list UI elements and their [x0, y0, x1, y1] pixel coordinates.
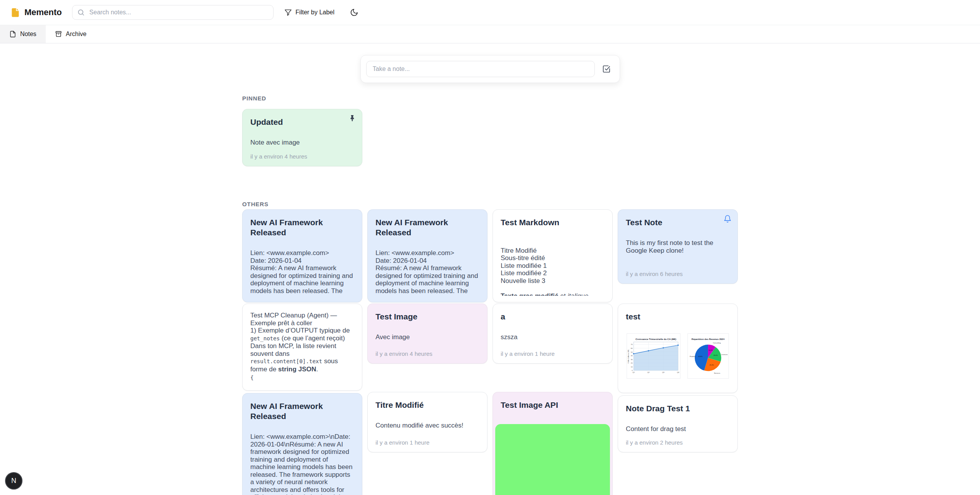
- note-timestamp: il y a environ 4 heures: [250, 153, 354, 160]
- svg-text:40: 40: [631, 355, 633, 357]
- note-timestamp: il y a environ 2 heures: [626, 439, 730, 446]
- line-chart-image: Croissance Trimestrielle du CA (M€): [627, 333, 680, 379]
- note-card-test-charts[interactable]: test Croissance Trimestrielle du CA (M€): [618, 304, 738, 393]
- note-body: Avec image: [375, 333, 479, 346]
- svg-text:50: 50: [631, 351, 633, 353]
- pie-chart-title: Répartition des Revenus 2024: [692, 338, 725, 340]
- svg-text:25.3%: 25.3%: [710, 364, 714, 366]
- note-body: Test MCP Cleanup (Agent) — Exemple prêt …: [250, 312, 354, 384]
- others-section-label: OTHERS: [242, 201, 738, 207]
- svg-text:60: 60: [631, 347, 633, 349]
- filter-icon: [284, 9, 292, 16]
- note-composer: [360, 55, 620, 83]
- svg-text:Consulting: Consulting: [713, 342, 721, 344]
- svg-text:45.8%: 45.8%: [698, 355, 703, 357]
- note-title: Updated: [250, 117, 354, 127]
- svg-text:Licences: Licences: [721, 354, 728, 355]
- note-body: Note avec image: [250, 139, 354, 148]
- mcp-text-1: Test MCP Cleanup (Agent) — Exemple prêt …: [250, 312, 350, 334]
- take-a-note-input[interactable]: [366, 61, 595, 77]
- moon-icon: [350, 8, 358, 17]
- note-title: Titre Modifié: [375, 400, 479, 410]
- note-timestamp: il y a environ 4 heures: [375, 350, 479, 357]
- note-card-mcp-cleanup[interactable]: Test MCP Cleanup (Agent) — Exemple prêt …: [242, 304, 362, 391]
- mcp-code-inline-1: get_notes: [250, 335, 280, 341]
- avatar-initial: N: [11, 477, 16, 485]
- tab-archive[interactable]: Archive: [46, 25, 96, 43]
- markdown-mid: et: [558, 292, 568, 296]
- note-body: Lien: <www.example.com> Date: 2026-01-04…: [375, 249, 479, 296]
- note-title: Test Markdown: [501, 217, 605, 228]
- theme-toggle-button[interactable]: [350, 8, 358, 17]
- pin-button[interactable]: [348, 114, 356, 123]
- note-timestamp: il y a environ 6 heures: [626, 271, 730, 277]
- note-logo-icon: [10, 7, 21, 18]
- note-title: Test Note: [626, 217, 730, 228]
- note-card-ai-framework-1[interactable]: New AI Framework Released Lien: <www.exa…: [242, 209, 362, 302]
- others-notes-grid: New AI Framework Released Lien: <www.exa…: [242, 209, 738, 495]
- bell-icon: [723, 215, 732, 223]
- note-title: New AI Framework Released: [375, 217, 479, 238]
- app-header: Memento Filter by Label: [0, 0, 980, 25]
- note-card-ai-framework-3[interactable]: New AI Framework Released Lien: <www.exa…: [242, 393, 362, 495]
- note-title: a: [501, 312, 605, 322]
- markdown-bold: Texte gras modifié: [501, 292, 558, 296]
- note-card-titre-modifie[interactable]: Titre Modifié Contenu modifié avec succè…: [367, 392, 487, 452]
- tab-archive-label: Archive: [66, 31, 86, 38]
- note-card-updated[interactable]: Updated Note avec image il y a environ 4…: [242, 109, 362, 166]
- reminder-button[interactable]: [723, 215, 732, 224]
- markdown-lines: Titre Modifié Sous-titre édité Liste mod…: [501, 247, 605, 285]
- note-card-test-note[interactable]: Test Note This is my first note to test …: [618, 209, 738, 284]
- archive-icon: [55, 31, 62, 38]
- tab-notes-label: Notes: [20, 31, 36, 38]
- svg-text:Q1: Q1: [632, 371, 635, 373]
- note-card-test-image[interactable]: Test Image Avec image il y a environ 4 h…: [367, 304, 487, 364]
- markdown-inline-line: Texte gras modifié et italique édité: [501, 292, 605, 296]
- note-title: Test Image API: [494, 400, 611, 410]
- board-column-3: Test Markdown Titre Modifié Sous-titre é…: [493, 209, 613, 495]
- y-tick-labels: 0 10 20 30 40 50 60 70: [631, 343, 633, 371]
- pie-chart-image: Répartition des Revenus 2024 Consulting …: [687, 333, 729, 379]
- mcp-code-inline-2: result.content[0].text: [250, 358, 322, 364]
- search-icon: [77, 9, 85, 16]
- svg-text:10: 10: [631, 366, 633, 368]
- app-title: Memento: [24, 7, 62, 17]
- note-body: Titre Modifié Sous-titre édité Liste mod…: [501, 239, 605, 296]
- checkbox-icon: [602, 65, 611, 73]
- filter-by-label-text: Filter by Label: [296, 9, 335, 16]
- svg-text:Services: Services: [714, 372, 720, 374]
- note-attachments: Croissance Trimestrielle du CA (M€): [626, 333, 730, 379]
- note-card-test-markdown[interactable]: Test Markdown Titre Modifié Sous-titre é…: [493, 209, 613, 302]
- svg-text:30: 30: [631, 359, 633, 360]
- pinned-section-label: PINNED: [242, 95, 738, 102]
- y-axis-label: Chiffre d'affaires (M€): [628, 349, 629, 364]
- svg-text:Q3: Q3: [662, 371, 665, 373]
- notes-board: PINNED Updated Note avec image il y a en…: [242, 55, 738, 495]
- note-card-test-image-api[interactable]: Test Image API: [493, 392, 613, 495]
- svg-text:20: 20: [631, 362, 633, 364]
- pin-icon: [348, 114, 356, 122]
- note-card-drag-test[interactable]: Note Drag Test 1 Content for drag test i…: [618, 395, 738, 452]
- x-tick-labels: Q1 Q2 Q3 Q4: [632, 371, 679, 373]
- svg-text:20.0%: 20.0%: [713, 354, 718, 356]
- note-title: New AI Framework Released: [250, 217, 354, 238]
- search-box: [72, 5, 274, 20]
- line-chart-title: Croissance Trimestrielle du CA (M€): [636, 338, 676, 340]
- new-checklist-button[interactable]: [599, 61, 614, 77]
- app-logo: Memento: [10, 7, 62, 18]
- mcp-code-block: { "jsonrpc": "2.0", "id": 4,…: [250, 373, 354, 384]
- mcp-bold-text: string JSON: [278, 366, 316, 373]
- note-card-ai-framework-2[interactable]: New AI Framework Released Lien: <www.exa…: [367, 209, 487, 302]
- search-input[interactable]: [72, 5, 274, 20]
- pinned-notes-row: Updated Note avec image il y a environ 4…: [242, 109, 738, 166]
- tab-notes[interactable]: Notes: [0, 25, 46, 43]
- note-body: Lien: <www.example.com> Date: 2026-01-04…: [250, 249, 354, 296]
- notes-icon: [9, 31, 16, 38]
- pie-wedges: [695, 345, 721, 371]
- svg-text:Produits: Produits: [690, 355, 696, 357]
- note-card-a[interactable]: a szsza il y a environ 1 heure: [493, 304, 613, 364]
- filter-by-label-button[interactable]: Filter by Label: [284, 9, 335, 16]
- board-column-2: New AI Framework Released Lien: <www.exa…: [367, 209, 487, 452]
- note-title: New AI Framework Released: [250, 401, 354, 421]
- user-avatar[interactable]: N: [5, 472, 22, 490]
